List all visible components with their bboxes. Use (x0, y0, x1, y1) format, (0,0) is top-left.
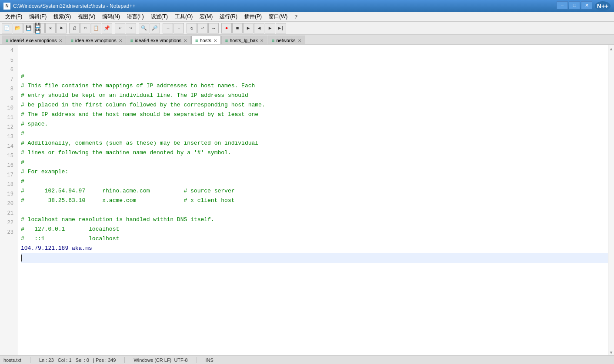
tab-idea64-3[interactable]: ≡ idea64.exe.vmoptions ✕ (127, 36, 191, 44)
tab-icon-5: ≡ (225, 38, 228, 43)
tb-print[interactable]: 🖨 (69, 23, 80, 33)
line-number: 7 (2, 75, 13, 84)
tb-macro-play[interactable]: ▶ (243, 23, 254, 33)
tb-macro-rec[interactable]: ● (221, 23, 232, 33)
menu-encode[interactable]: 编码(N) (99, 12, 123, 21)
tb-macro-next[interactable]: ▶ (265, 23, 275, 33)
scrollbar[interactable]: ▲ ▼ (608, 45, 614, 355)
tab-close-2[interactable]: ✕ (119, 38, 122, 43)
code-line: # ::1 localhost (21, 234, 608, 244)
menu-plugins[interactable]: 插件(P) (241, 12, 265, 21)
code-text: # be placed in the first column followed… (21, 101, 265, 109)
code-line: # space. (21, 119, 608, 129)
close-button[interactable]: ✕ (581, 1, 592, 9)
code-line: # 38.25.63.10 x.acme.com # x client host (21, 196, 608, 205)
tb-open[interactable]: 📂 (13, 23, 23, 33)
code-text: # 102.54.94.97 rhino.acme.com # source s… (21, 187, 234, 195)
status-encoding: Windows (CR LF) UTF-8 (133, 357, 187, 363)
code-text: # 38.25.63.10 x.acme.com # x client host (21, 196, 234, 205)
code-text: # For example: (21, 168, 68, 176)
tab-networks[interactable]: ≡ networks ✕ (268, 36, 305, 44)
menu-view[interactable]: 视图(V) (74, 12, 99, 21)
tb-close-all[interactable]: ✖ (56, 23, 67, 33)
tab-close-3[interactable]: ✕ (184, 38, 187, 43)
tb-macro-stop[interactable]: ■ (232, 23, 243, 33)
tb-new[interactable]: 📄 (2, 23, 12, 33)
tb-zoom-out[interactable]: － (174, 23, 184, 33)
menu-file[interactable]: 文件(F) (2, 12, 26, 21)
menu-help[interactable]: ? (291, 13, 301, 21)
tabbar: ≡ idea64.exe.vmoptions ✕ ≡ idea.exe.vmop… (0, 35, 614, 45)
tb-redo[interactable]: ↪ (126, 23, 136, 33)
tab-hosts-bak[interactable]: ≡ hosts_lg_bak ✕ (221, 36, 267, 44)
app-logo: N++ (595, 1, 611, 11)
tb-indent[interactable]: → (208, 23, 219, 33)
code-line: # The IP address and the host name shoul… (21, 110, 608, 119)
tb-macro-end[interactable]: ▶| (276, 23, 286, 33)
tb-replace[interactable]: 🔎 (150, 23, 160, 33)
code-text: # entry should be kept on an individual … (21, 91, 248, 100)
code-line: # (21, 158, 608, 167)
line-number: 20 (2, 199, 13, 208)
tab-icon-2: ≡ (70, 38, 73, 43)
tab-close-5[interactable]: ✕ (260, 38, 264, 43)
tb-copy[interactable]: 📋 (91, 23, 101, 33)
tb-undo[interactable]: ↩ (115, 23, 125, 33)
line-number: 12 (2, 122, 13, 132)
line-number: 17 (2, 170, 13, 180)
code-line (21, 253, 608, 263)
menu-lang[interactable]: 语言(L) (123, 12, 147, 21)
tb-close[interactable]: ✕ (45, 23, 56, 33)
line-number: 14 (2, 142, 13, 151)
code-text: # The IP address and the host name shoul… (21, 110, 258, 119)
code-line: # lines or following the machine name de… (21, 148, 608, 158)
tab-idea-2[interactable]: ≡ idea.exe.vmoptions ✕ (67, 36, 126, 44)
tb-macro-prev[interactable]: ◀ (254, 23, 264, 33)
code-text: # lines or following the machine name de… (21, 149, 231, 157)
line-number: 5 (2, 56, 13, 65)
tab-hosts[interactable]: ≡ hosts ✕ (191, 36, 221, 44)
tab-close-1[interactable]: ✕ (59, 38, 62, 43)
code-line: # (21, 177, 608, 186)
line-number: 19 (2, 189, 13, 199)
tb-save[interactable]: 💾 (23, 23, 34, 33)
menu-window[interactable]: 窗口(W) (265, 12, 291, 21)
code-line: # 127.0.0.1 localhost (21, 225, 608, 234)
code-text: 104.79.121.189 aka.ms (21, 244, 92, 253)
line-number: 15 (2, 151, 13, 161)
menu-settings[interactable]: 设置(T) (147, 12, 171, 21)
menu-edit[interactable]: 编辑(E) (26, 12, 50, 21)
tb-zoom-in[interactable]: ＋ (163, 23, 173, 33)
line-number: 4 (2, 46, 13, 56)
tab-close-4[interactable]: ✕ (214, 38, 217, 43)
menu-tools[interactable]: 工具(O) (171, 12, 196, 21)
menu-search[interactable]: 搜索(S) (50, 12, 74, 21)
code-line: # 102.54.94.97 rhino.acme.com # source s… (21, 186, 608, 196)
menu-run[interactable]: 运行(R) (216, 12, 241, 21)
tb-sync[interactable]: ↻ (187, 23, 197, 33)
code-area[interactable]: ## This file contains the mappings of IP… (17, 45, 608, 355)
code-text: # 127.0.0.1 localhost (21, 225, 119, 234)
tb-cut[interactable]: ✂ (80, 23, 90, 33)
tab-label-2: idea.exe.vmoptions (75, 38, 117, 43)
menu-macro[interactable]: 宏(M) (196, 12, 216, 21)
tab-close-6[interactable]: ✕ (298, 38, 301, 43)
line-number: 8 (2, 84, 13, 94)
tab-label-1: idea64.exe.vmoptions (10, 38, 57, 43)
minimize-button[interactable]: – (557, 1, 568, 9)
status-ins: INS (206, 357, 214, 363)
line-number: 6 (2, 65, 13, 75)
titlebar: N C:\Windows\System32\drivers\etc\hosts … (0, 0, 614, 12)
tb-save-all[interactable]: 💾💾 (34, 23, 45, 33)
tab-icon-4: ≡ (195, 38, 198, 43)
tab-idea64-1[interactable]: ≡ idea64.exe.vmoptions ✕ (2, 36, 66, 44)
window-title: C:\Windows\System32\drivers\etc\hosts - … (13, 3, 557, 9)
tb-find[interactable]: 🔍 (139, 23, 149, 33)
code-text: # (21, 158, 24, 167)
code-text: # localhost name resolution is handled w… (21, 215, 214, 224)
line-number: 16 (2, 161, 13, 170)
code-line: 104.79.121.189 aka.ms (21, 244, 608, 253)
tb-wrap[interactable]: ↩ (197, 23, 208, 33)
maximize-button[interactable]: □ (569, 1, 580, 9)
tb-paste[interactable]: 📌 (102, 23, 112, 33)
